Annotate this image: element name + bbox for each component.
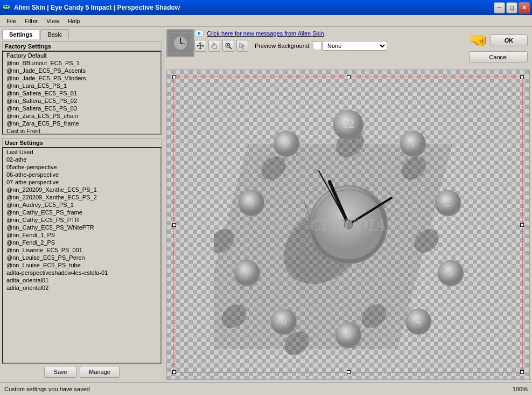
- clock-preview: 12 1 2 3 4 5: [214, 90, 483, 359]
- left-panel: Settings Basic Factory Settings Factory …: [0, 27, 164, 382]
- main-container: Settings Basic Factory Settings Factory …: [0, 27, 532, 382]
- close-button[interactable]: ✕: [519, 2, 530, 13]
- list-item[interactable]: @nn_Safiera_EC5_PS_03: [3, 105, 160, 112]
- tool-row: Preview Background: None White Black Cus…: [194, 40, 467, 52]
- svg-text:3: 3: [448, 266, 453, 278]
- ok-button[interactable]: OK: [490, 34, 528, 46]
- user-settings-group: User Settings Last Used 02-athe 05athe-p…: [2, 138, 162, 364]
- save-button[interactable]: Save: [44, 366, 76, 378]
- svg-text:8: 8: [249, 196, 254, 208]
- list-item[interactable]: @nn_Cathy_EC5_PS_frame: [3, 209, 160, 216]
- cancel-button[interactable]: Cancel: [469, 51, 528, 63]
- list-item[interactable]: @nn_Zara_EC5_PS_frame: [3, 120, 160, 127]
- preview-bg-label: Preview Background:: [255, 43, 311, 49]
- action-buttons: 🤜 OK Cancel: [467, 29, 530, 65]
- preview-bg-swatch: [313, 41, 321, 50]
- title-bar: Alien Skin | Eye Candy 5 Impact | Perspe…: [0, 0, 532, 15]
- list-item[interactable]: @nn_Safiera_EC5_PS_02: [3, 97, 160, 105]
- status-message: Custom settings you have saved: [4, 386, 90, 392]
- list-item[interactable]: @nn_Jade_EC5_PS_Vlinders: [3, 74, 160, 82]
- list-item[interactable]: 06-athe-perspective: [3, 171, 160, 178]
- menu-file[interactable]: File: [2, 17, 20, 25]
- svg-point-1: [5, 6, 6, 8]
- list-item[interactable]: @nn_Audrey_EC5_PS_1: [3, 201, 160, 209]
- menu-view[interactable]: View: [42, 17, 64, 25]
- svg-text:4: 4: [416, 315, 421, 327]
- tab-basic[interactable]: Basic: [40, 29, 69, 39]
- info-bar: 📧 Click here for new messages from Alien…: [194, 29, 467, 52]
- bottom-buttons: Save Manage: [2, 364, 162, 380]
- list-item[interactable]: adita_oriental02: [3, 284, 160, 292]
- list-item[interactable]: 07-athe-perspective: [3, 178, 160, 186]
- right-header: 📧 Click here for new messages from Alien…: [164, 27, 532, 67]
- list-item[interactable]: @nn_Zara_EC5_PS_chain: [3, 112, 160, 120]
- list-item[interactable]: @nn_Jade_EC5_PS_Accents: [3, 67, 160, 74]
- list-item[interactable]: @nn_Cathy_EC5_PS_WhitePTR: [3, 224, 160, 231]
- list-item[interactable]: Last Used: [3, 148, 160, 156]
- list-item[interactable]: @nn_Safiera_EC5_PS_01: [3, 89, 160, 97]
- list-item[interactable]: @nn_220209_Xanthe_EC5_PS_2: [3, 193, 160, 201]
- app-icon: [2, 3, 11, 12]
- preview-area: 12 1 2 3 4 5: [166, 70, 530, 380]
- list-item[interactable]: @nn_220209_Xanthe_EC5_PS_1: [3, 186, 160, 193]
- list-item[interactable]: adita-perspectiveshadow-les-estela-01: [3, 269, 160, 276]
- list-item[interactable]: @nn_Lisanne_EC5_PS_001: [3, 246, 160, 254]
- hand-tool-button[interactable]: [208, 40, 220, 52]
- preview-thumbnail: [166, 29, 194, 57]
- menu-help[interactable]: Help: [64, 17, 85, 25]
- factory-list-scroll[interactable]: Factory Default @nn_BBurnout_EC5_PS_1 @n…: [3, 52, 160, 134]
- list-item[interactable]: @nn_Fendi_2_PS: [3, 239, 160, 246]
- svg-text:1: 1: [410, 137, 416, 149]
- user-list-scroll[interactable]: Last Used 02-athe 05athe-perspective 06-…: [3, 148, 160, 363]
- list-item[interactable]: @nn_BBurnout_EC5_PS_1: [3, 59, 160, 67]
- svg-text:6: 6: [281, 315, 286, 327]
- user-settings-label: User Settings: [2, 138, 162, 147]
- list-item[interactable]: @nn_Lara_EC5_PS_1: [3, 82, 160, 89]
- svg-text:7: 7: [244, 266, 250, 278]
- maximize-button[interactable]: □: [506, 2, 517, 13]
- list-item[interactable]: adita_oriental01: [3, 276, 160, 284]
- move-tool-button[interactable]: [194, 40, 206, 52]
- list-item[interactable]: 02-athe: [3, 156, 160, 163]
- list-item[interactable]: @nn_Fendi_1_PS: [3, 231, 160, 239]
- svg-text:2: 2: [445, 196, 451, 208]
- manage-button[interactable]: Manage: [80, 366, 120, 378]
- list-item[interactable]: Cast in Front: [3, 127, 160, 134]
- window-controls[interactable]: ─ □ ✕: [494, 2, 530, 13]
- zoom-level: 100%: [513, 386, 528, 392]
- factory-settings-group: Factory Settings Factory Default @nn_BBu…: [2, 41, 162, 136]
- list-item[interactable]: @nn_Cathy_EC5_PS_PTR: [3, 216, 160, 224]
- factory-settings-list[interactable]: Factory Default @nn_BBurnout_EC5_PS_1 @n…: [2, 51, 162, 135]
- list-item[interactable]: @nn_Louise_EC5_PS_Peren: [3, 254, 160, 261]
- tab-settings[interactable]: Settings: [2, 29, 39, 39]
- factory-settings-label: Factory Settings: [2, 41, 162, 51]
- minimize-button[interactable]: ─: [494, 2, 505, 13]
- right-panel: 📧 Click here for new messages from Alien…: [164, 27, 532, 382]
- news-link[interactable]: Click here for new messages from Alien S…: [207, 30, 324, 37]
- menu-filter[interactable]: Filter: [20, 17, 42, 25]
- svg-point-61: [344, 220, 353, 229]
- list-item[interactable]: @nn_Louise_EC5_PS_tube: [3, 261, 160, 269]
- list-item[interactable]: Factory Default: [3, 52, 160, 59]
- svg-line-9: [229, 47, 232, 49]
- pointer-tool-button[interactable]: [236, 40, 248, 52]
- menu-bar: File Filter View Help: [0, 15, 532, 27]
- window-title: Alien Skin | Eye Candy 5 Impact | Perspe…: [14, 4, 180, 11]
- svg-point-2: [7, 6, 9, 8]
- svg-text:9: 9: [284, 137, 289, 149]
- list-item[interactable]: 05athe-perspective: [3, 163, 160, 171]
- svg-point-0: [3, 5, 10, 9]
- user-settings-list[interactable]: Last Used 02-athe 05athe-perspective 06-…: [2, 147, 162, 364]
- zoom-tool-button[interactable]: [222, 40, 234, 52]
- preview-bg-select[interactable]: None White Black Custom: [323, 41, 387, 51]
- tabs: Settings Basic: [2, 29, 162, 39]
- status-bar: Custom settings you have saved 100%: [0, 382, 532, 395]
